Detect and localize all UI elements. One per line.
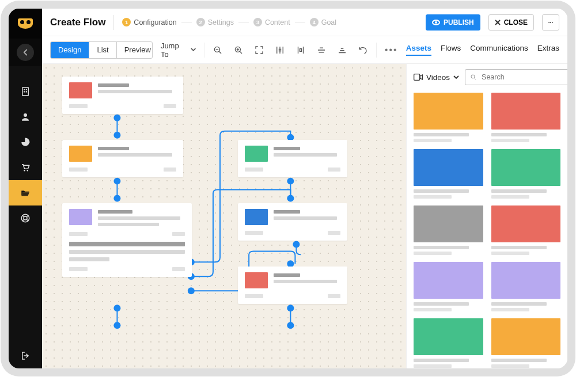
flow-node[interactable] (238, 267, 347, 304)
wizard-step-configuration[interactable]: 1Configuration (122, 18, 176, 26)
more-button[interactable] (542, 14, 559, 31)
user-icon (20, 112, 31, 122)
step-badge: 3 (253, 18, 262, 26)
chevron-down-icon (191, 48, 196, 52)
zoom-out-icon[interactable] (213, 45, 223, 55)
flow-node[interactable] (62, 77, 183, 114)
panel-tab-extras[interactable]: Extras (537, 44, 559, 56)
publish-button[interactable]: PUBLISH (426, 14, 480, 31)
distribute-h-icon[interactable] (275, 45, 285, 55)
mode-preview[interactable]: Preview (117, 42, 153, 58)
asset-type-label: Videos (426, 73, 450, 82)
node-thumbnail (245, 272, 268, 288)
align-h-icon[interactable] (295, 45, 306, 55)
svg-rect-31 (414, 74, 420, 81)
asset-tile[interactable] (491, 205, 561, 255)
svg-rect-3 (24, 91, 25, 92)
flow-node[interactable] (62, 140, 183, 177)
nav-cart[interactable] (9, 155, 42, 180)
wizard-step-content[interactable]: 3Content (253, 18, 290, 26)
asset-thumbnail (491, 262, 561, 299)
nav-logout[interactable] (9, 343, 42, 368)
asset-tile[interactable] (414, 149, 483, 199)
svg-point-12 (552, 22, 553, 23)
step-badge: 2 (196, 18, 205, 26)
asset-tile[interactable] (491, 262, 561, 311)
asset-tile[interactable] (491, 149, 561, 199)
asset-thumbnail (491, 205, 561, 242)
eye-icon (432, 20, 440, 25)
nav-analytics[interactable] (9, 130, 42, 155)
flow-canvas[interactable] (42, 64, 406, 368)
panel-tab-flows[interactable]: Flows (441, 44, 461, 56)
undo-icon[interactable] (358, 45, 368, 55)
nav-help[interactable] (9, 205, 42, 231)
svg-point-25 (287, 178, 294, 185)
asset-tile[interactable] (414, 205, 483, 255)
panel-tab-assets[interactable]: Assets (406, 44, 431, 56)
step-label: Goal (321, 18, 336, 26)
flow-node[interactable] (238, 203, 347, 241)
asset-thumbnail (414, 149, 483, 186)
nav-user[interactable] (9, 104, 42, 130)
more-icon (548, 21, 553, 24)
video-icon (414, 74, 423, 81)
svg-point-11 (550, 22, 551, 23)
nav-building[interactable] (9, 79, 42, 104)
canvas-tool-group (213, 45, 368, 55)
asset-thumbnail (414, 262, 483, 299)
building-icon (20, 86, 31, 97)
asset-search[interactable] (465, 69, 567, 85)
svg-rect-0 (22, 87, 29, 96)
svg-point-30 (287, 322, 294, 329)
mode-list[interactable]: List (89, 42, 116, 58)
chevron-left-icon (20, 47, 31, 58)
panel-tab-communications[interactable]: Communications (470, 44, 528, 56)
nav-folder[interactable] (9, 180, 42, 205)
asset-tile[interactable] (414, 318, 483, 368)
app-logo-icon (18, 18, 33, 29)
flow-node[interactable] (62, 203, 192, 277)
step-badge: 4 (310, 18, 319, 26)
fullscreen-icon[interactable] (254, 45, 264, 55)
close-icon (495, 20, 501, 25)
svg-rect-4 (26, 91, 27, 92)
zoom-in-icon[interactable] (233, 45, 244, 55)
wizard-step-settings[interactable]: 2Settings (196, 18, 234, 26)
asset-panel-tabs: AssetsFlowsCommunicationsExtras (406, 44, 559, 56)
logo-cell (9, 9, 42, 39)
secondary-toolbar: DesignListPreview Jump To ••• AssetsFlow… (42, 36, 567, 64)
folder-open-icon (20, 188, 31, 198)
asset-tile[interactable] (491, 93, 561, 142)
node-thumbnail (69, 82, 92, 98)
view-mode-segment: DesignListPreview (50, 41, 153, 59)
asset-thumbnail (414, 318, 483, 355)
toolbar-more[interactable]: ••• (385, 45, 398, 55)
mode-design[interactable]: Design (51, 42, 89, 58)
asset-thumbnail (491, 93, 561, 130)
align-v-bottom-icon[interactable] (337, 45, 347, 55)
asset-type-dropdown[interactable]: Videos (414, 73, 459, 82)
life-ring-icon (20, 213, 31, 223)
step-label: Configuration (134, 18, 176, 26)
close-button[interactable]: CLOSE (488, 14, 534, 31)
search-input[interactable] (480, 73, 567, 82)
svg-point-10 (548, 22, 550, 23)
back-cell (9, 39, 42, 66)
asset-thumbnail (491, 318, 561, 355)
asset-tile[interactable] (414, 262, 483, 311)
svg-point-16 (113, 132, 120, 139)
divider (113, 15, 114, 30)
asset-thumbnail (491, 149, 561, 186)
flow-node[interactable] (238, 140, 347, 177)
align-v-center-icon[interactable] (316, 45, 327, 55)
jump-to-dropdown[interactable]: Jump To (161, 41, 196, 59)
asset-tile[interactable] (414, 93, 483, 142)
wizard-step-goal[interactable]: 4Goal (310, 18, 336, 26)
svg-rect-1 (24, 89, 25, 90)
top-bar: Create Flow 1Configuration2Settings3Cont… (42, 9, 567, 36)
back-button[interactable] (17, 44, 34, 61)
asset-tile[interactable] (491, 318, 561, 368)
svg-point-17 (113, 178, 120, 185)
main-pane: Create Flow 1Configuration2Settings3Cont… (42, 9, 567, 368)
